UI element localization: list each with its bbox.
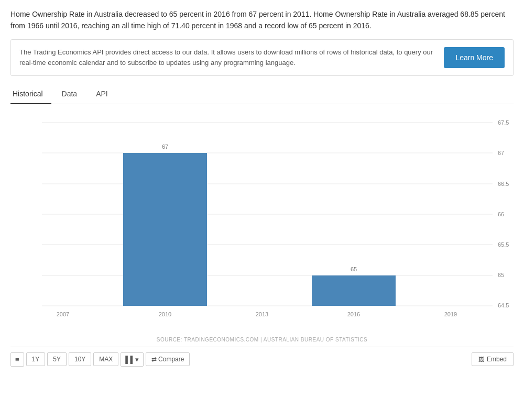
embed-icon: 🖼 — [478, 356, 484, 362]
x-label-2013: 2013 — [256, 311, 268, 317]
chart-source: SOURCE: TRADINGECONOMICS.COM | AUSTRALIA… — [10, 337, 514, 342]
toolbar-left: ≡ 1Y 5Y 10Y MAX ▌▌▾ ⇄ Compare — [10, 352, 190, 367]
tab-api[interactable]: API — [94, 85, 116, 104]
x-label-2010: 2010 — [159, 311, 171, 317]
x-label-2019: 2019 — [444, 311, 457, 317]
learn-more-button[interactable]: Learn More — [444, 47, 505, 68]
y-label-66-5: 66.5 — [498, 181, 509, 187]
menu-icon: ≡ — [15, 356, 19, 363]
embed-label: Embed — [487, 356, 507, 363]
x-label-2016: 2016 — [347, 311, 360, 317]
bar-2010 — [123, 153, 207, 306]
menu-icon-button[interactable]: ≡ — [10, 352, 24, 367]
api-banner: The Trading Economics API provides direc… — [10, 39, 514, 76]
compare-button[interactable]: ⇄ Compare — [146, 352, 190, 366]
description-text: Home Ownership Rate in Australia decreas… — [10, 8, 514, 32]
max-button[interactable]: MAX — [93, 352, 118, 366]
api-banner-text: The Trading Economics API provides direc… — [19, 47, 433, 68]
10y-button[interactable]: 10Y — [69, 352, 91, 366]
y-label-66: 66 — [498, 211, 504, 217]
bar-label-2016: 65 — [351, 266, 357, 272]
y-label-64-5: 64.5 — [498, 302, 509, 308]
toolbar: ≡ 1Y 5Y 10Y MAX ▌▌▾ ⇄ Compare 🖼 Embed — [10, 347, 514, 370]
chart-area: .grid-line { stroke: #e8e8e8; stroke-wid… — [10, 109, 514, 335]
bar-label-2010: 67 — [162, 143, 168, 150]
bar-chart: .grid-line { stroke: #e8e8e8; stroke-wid… — [10, 109, 514, 335]
bar-2016 — [312, 275, 396, 306]
tab-historical[interactable]: Historical — [10, 85, 51, 104]
chart-type-button[interactable]: ▌▌▾ — [121, 352, 143, 367]
x-label-2007: 2007 — [57, 311, 69, 317]
tab-data[interactable]: Data — [60, 85, 86, 104]
y-label-65: 65 — [498, 272, 504, 278]
1y-button[interactable]: 1Y — [26, 352, 46, 366]
y-label-67: 67 — [498, 150, 504, 156]
y-label-67-5: 67.5 — [498, 119, 509, 126]
tabs-container: Historical Data API — [10, 85, 514, 104]
toolbar-right: 🖼 Embed — [472, 352, 514, 366]
embed-button[interactable]: 🖼 Embed — [472, 352, 514, 366]
y-label-65-5: 65.5 — [498, 241, 509, 248]
5y-button[interactable]: 5Y — [47, 352, 67, 366]
